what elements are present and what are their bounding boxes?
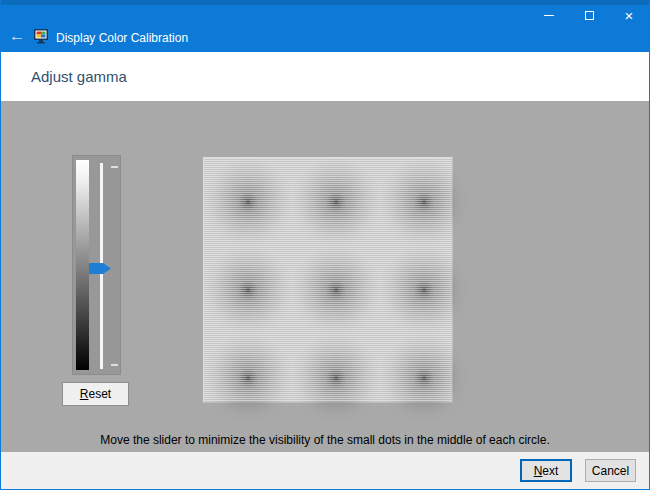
close-button[interactable]: × bbox=[609, 0, 649, 30]
reset-button-label: Reset bbox=[63, 387, 128, 401]
gamma-circle bbox=[204, 158, 292, 246]
gamma-circle bbox=[292, 246, 380, 334]
app-icon bbox=[33, 28, 49, 44]
content-area: Reset Move the slider to minimize the vi… bbox=[1, 101, 649, 452]
gamma-circle bbox=[380, 158, 468, 246]
gamma-circle bbox=[204, 246, 292, 334]
next-button[interactable]: Next bbox=[520, 459, 572, 482]
minimize-button[interactable] bbox=[529, 0, 569, 30]
close-icon: × bbox=[625, 8, 634, 23]
slider-tick-top bbox=[111, 166, 118, 168]
reset-button[interactable]: Reset bbox=[62, 382, 129, 406]
gamma-slider-panel bbox=[72, 155, 121, 375]
heading-band: Adjust gamma bbox=[1, 52, 649, 101]
minimize-icon bbox=[544, 15, 554, 16]
slider-tick-bottom bbox=[111, 364, 118, 366]
gamma-circle bbox=[292, 158, 380, 246]
maximize-button[interactable] bbox=[569, 0, 609, 30]
cancel-button[interactable]: Cancel bbox=[585, 459, 636, 482]
maximize-icon bbox=[585, 11, 594, 20]
gamma-circle bbox=[380, 246, 468, 334]
gamma-circle bbox=[204, 334, 292, 422]
gamma-slider-thumb[interactable] bbox=[89, 263, 111, 274]
next-button-label: Next bbox=[522, 464, 570, 478]
window-title: Display Color Calibration bbox=[56, 31, 188, 45]
gamma-test-pattern bbox=[203, 157, 453, 403]
gamma-gradient-ramp bbox=[76, 160, 89, 370]
page-title: Adjust gamma bbox=[1, 52, 649, 85]
instruction-text: Move the slider to minimize the visibili… bbox=[1, 433, 649, 447]
gamma-circle bbox=[380, 334, 468, 422]
caption-buttons: × bbox=[529, 0, 649, 30]
gamma-circle bbox=[292, 334, 380, 422]
back-button[interactable]: ← bbox=[5, 26, 29, 46]
titlebar: ← Display Color Calibration × bbox=[1, 0, 649, 52]
display-color-calibration-window: ← Display Color Calibration × bbox=[0, 0, 650, 490]
footer-bar: Next Cancel bbox=[1, 452, 649, 489]
